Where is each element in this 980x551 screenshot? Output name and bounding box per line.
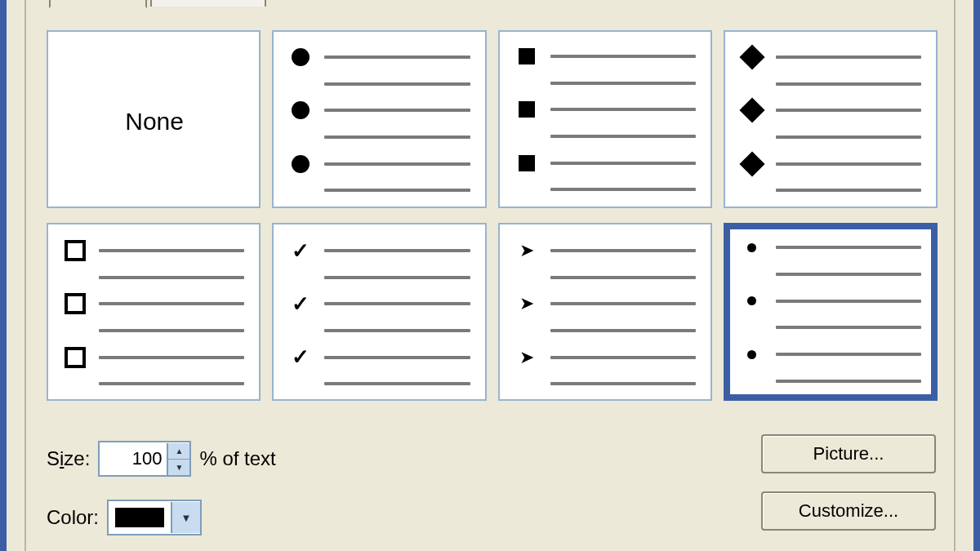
size-spinner[interactable]: ▲ ▼ <box>98 441 191 477</box>
small-circle-icon <box>742 243 763 252</box>
arrow-icon <box>516 347 537 368</box>
color-label: Color: <box>47 506 99 529</box>
color-picker[interactable]: ▼ <box>107 500 202 535</box>
size-control: Size: ▲ ▼ % of text <box>47 441 276 477</box>
bullet-style-grid: None <box>47 30 938 401</box>
bullet-style-arrow[interactable] <box>498 223 712 401</box>
square-icon <box>516 48 537 64</box>
bullet-style-disc[interactable] <box>272 30 486 208</box>
size-suffix: % of text <box>199 447 275 470</box>
tab-numbered[interactable]: Numbered <box>150 0 267 7</box>
customize-button[interactable]: Customize... <box>761 491 936 531</box>
button-label: Customize... <box>799 500 898 522</box>
picture-button[interactable]: Picture... <box>761 434 936 473</box>
none-label: None <box>125 108 184 136</box>
circle-icon <box>290 48 311 66</box>
check-icon <box>290 344 311 370</box>
bullet-style-small-disc[interactable] <box>724 223 938 401</box>
color-control: Color: ▼ <box>47 500 202 535</box>
bullet-style-diamond[interactable] <box>724 30 938 208</box>
bullet-style-open-square[interactable] <box>47 223 261 401</box>
check-icon <box>290 238 311 264</box>
open-square-icon <box>65 240 86 261</box>
color-swatch <box>115 508 164 527</box>
tab-panel: Bulleted Numbered None <box>24 0 956 551</box>
square-icon <box>516 101 537 118</box>
circle-icon <box>290 101 311 119</box>
small-circle-icon <box>742 350 763 359</box>
dialog-frame: Bulleted Numbered None <box>0 0 980 551</box>
size-label: Size: <box>47 447 90 470</box>
bullet-style-check[interactable] <box>272 223 486 401</box>
chevron-down-icon[interactable]: ▼ <box>171 502 200 533</box>
arrow-icon <box>516 293 537 314</box>
open-square-icon <box>65 347 86 368</box>
tab-label: Bulleted <box>65 0 131 2</box>
tab-bulleted[interactable]: Bulleted <box>49 0 147 8</box>
square-icon <box>516 155 537 171</box>
spinner-down-icon[interactable]: ▼ <box>168 460 189 475</box>
small-circle-icon <box>742 296 763 305</box>
button-label: Picture... <box>813 443 884 464</box>
tab-label: Numbered <box>167 0 251 2</box>
tab-bar: Bulleted Numbered <box>49 0 270 7</box>
bullet-style-none[interactable]: None <box>47 30 261 208</box>
bullet-style-square[interactable] <box>498 30 712 208</box>
diamond-icon <box>742 101 763 119</box>
circle-icon <box>290 155 311 173</box>
check-icon <box>290 291 311 317</box>
spinner-up-icon[interactable]: ▲ <box>168 443 189 460</box>
size-input[interactable] <box>100 445 167 473</box>
arrow-icon <box>516 240 537 261</box>
open-square-icon <box>65 293 86 314</box>
diamond-icon <box>742 155 763 173</box>
diamond-icon <box>742 48 763 66</box>
